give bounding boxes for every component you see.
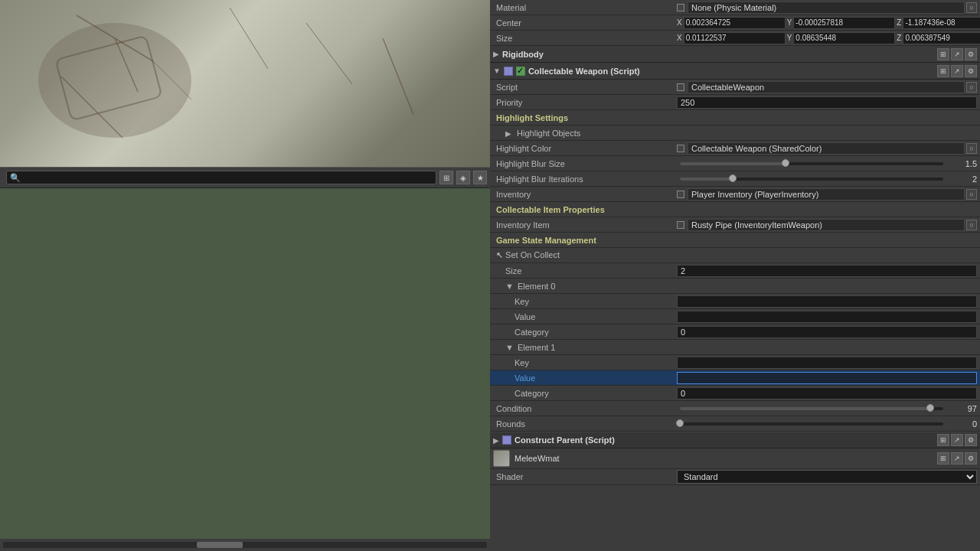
condition-slider-track[interactable] [680, 407, 943, 410]
center-y-input[interactable] [793, 17, 895, 29]
bottom-scrollbar[interactable] [0, 539, 490, 551]
mat-icon-1[interactable]: ⊞ [937, 452, 949, 465]
element0-arrow[interactable]: ▼ [505, 282, 514, 291]
condition-slider-container: 97 [677, 404, 977, 413]
script-field[interactable]: CollectableWeapon [688, 81, 965, 93]
blur-iterations-slider-thumb[interactable] [729, 174, 737, 182]
element1-row: ▼ Element 1 [490, 340, 980, 355]
star-icon[interactable]: ★ [473, 171, 487, 184]
script-row: Script CollectableWeapon ○ [490, 80, 980, 95]
rigidbody-settings-btn[interactable]: ⚙ [965, 48, 977, 60]
material-value: None (Physic Material) ○ [677, 2, 977, 14]
center-y-label: Y [787, 18, 792, 27]
tag-icon[interactable]: ◈ [456, 171, 470, 184]
cw-settings-btn[interactable]: ⚙ [965, 65, 977, 77]
shader-select[interactable]: Standard [677, 470, 977, 484]
element0-key-value [677, 295, 977, 308]
element1-label: ▼ Element 1 [493, 343, 677, 352]
blur-size-slider-track[interactable] [680, 162, 943, 165]
element1-arrow[interactable]: ▼ [505, 343, 514, 352]
element1-key-row: Key [490, 355, 980, 370]
inventory-value: Player Inventory (PlayerInventory) ○ [677, 188, 977, 201]
highlight-color-field[interactable]: Collectable Weapon (SharedColor) [688, 142, 965, 155]
center-z-input[interactable] [903, 17, 980, 29]
material-label: Material [493, 3, 677, 12]
center-x-input[interactable] [684, 17, 786, 29]
rigidbody-header[interactable]: ▶ Rigidbody ⊞ ↗ ⚙ [490, 46, 980, 63]
cw-icon-2[interactable]: ↗ [951, 65, 963, 77]
size-z-input[interactable] [903, 32, 980, 44]
collectable-item-properties-title: Collectable Item Properties [496, 205, 605, 214]
bookmark-icon[interactable]: ⊞ [439, 171, 453, 184]
priority-input[interactable] [677, 96, 977, 109]
collectable-weapon-checkbox[interactable]: ✓ [516, 67, 525, 76]
highlight-objects-label: ▶ Highlight Objects [493, 129, 677, 138]
game-state-size-value [677, 265, 977, 277]
script-select-btn[interactable]: ○ [966, 82, 977, 93]
viewport-3d[interactable] [0, 0, 490, 168]
element1-value-input[interactable] [677, 372, 977, 384]
condition-value: 97 [677, 404, 977, 413]
size-z-item: Z [897, 32, 980, 44]
element0-category-label: Category [493, 328, 677, 337]
game-state-size-label: Size [493, 266, 677, 276]
element1-key-input[interactable] [677, 357, 977, 369]
collectable-weapon-arrow[interactable]: ▼ [493, 67, 501, 75]
search-bar[interactable]: 🔍 [6, 171, 436, 184]
element0-category-input[interactable] [677, 326, 977, 338]
construct-parent-header[interactable]: ▶ Construct Parent (Script) ⊞ ↗ ⚙ [490, 432, 980, 448]
center-row: Center X Y Z [490, 15, 980, 31]
highlight-color-dot [677, 145, 684, 152]
rounds-slider-thumb[interactable] [676, 419, 684, 427]
rigidbody-icon-2[interactable]: ↗ [951, 48, 963, 60]
material-select-btn[interactable]: ○ [966, 2, 977, 13]
construct-parent-arrow[interactable]: ▶ [493, 436, 499, 445]
horizontal-scrollbar-track[interactable] [3, 542, 487, 548]
size-x-item: X [677, 32, 786, 44]
rigidbody-icon-1[interactable]: ⊞ [937, 48, 949, 60]
rigidbody-arrow[interactable]: ▶ [493, 50, 499, 58]
cw-icon-1[interactable]: ⊞ [937, 65, 949, 77]
collectable-weapon-header[interactable]: ▼ ✓ Collectable Weapon (Script) ⊞ ↗ ⚙ [490, 63, 980, 80]
inventory-item-field[interactable]: Rusty Pipe (InventoryItemWeapon) [688, 219, 965, 231]
game-state-management-row: Game State Management [490, 233, 980, 248]
highlight-color-select-btn[interactable]: ○ [966, 143, 977, 154]
element1-category-input[interactable] [677, 387, 977, 399]
horizontal-scrollbar-thumb[interactable] [197, 542, 243, 548]
rounds-value: 0 [677, 419, 977, 429]
inventory-dot [677, 191, 684, 198]
inventory-item-select-btn[interactable]: ○ [966, 220, 977, 230]
element0-key-input[interactable] [677, 295, 977, 308]
cp-icon-2[interactable]: ↗ [951, 434, 963, 446]
script-label: Script [493, 83, 677, 92]
set-on-collect-label: ↖ Set On Collect [493, 250, 677, 260]
size-x-input[interactable] [684, 32, 786, 44]
element0-value-input[interactable] [677, 311, 977, 323]
mat-settings-btn[interactable]: ⚙ [965, 452, 977, 465]
rounds-slider-track[interactable] [680, 422, 943, 425]
inventory-select-btn[interactable]: ○ [966, 189, 977, 200]
inventory-field[interactable]: Player Inventory (PlayerInventory) [688, 188, 965, 201]
material-field[interactable]: None (Physic Material) [688, 2, 965, 14]
condition-slider-value: 97 [946, 404, 977, 413]
condition-slider-thumb[interactable] [926, 404, 934, 412]
search-icon: 🔍 [10, 173, 21, 183]
center-x-label: X [677, 18, 682, 27]
blur-iterations-slider-track[interactable] [680, 178, 943, 181]
size-y-input[interactable] [793, 32, 895, 44]
highlight-settings-row: Highlight Settings [490, 110, 980, 126]
toolbar-icons: ⊞ ◈ ★ [439, 171, 487, 184]
size-z-label: Z [897, 34, 901, 42]
highlight-blur-size-label: Highlight Blur Size [493, 159, 677, 168]
inspector-panel: Material None (Physic Material) ○ Center… [490, 0, 980, 551]
inventory-item-value: Rusty Pipe (InventoryItemWeapon) ○ [677, 219, 977, 231]
svg-line-4 [61, 77, 122, 138]
element1-key-label: Key [493, 358, 677, 367]
game-state-size-input[interactable] [677, 265, 977, 277]
blur-size-slider-thumb[interactable] [782, 159, 789, 167]
mat-icon-2[interactable]: ↗ [951, 452, 963, 465]
cp-settings-btn[interactable]: ⚙ [965, 434, 977, 446]
blur-size-slider-container: 1.5 [677, 159, 977, 168]
highlight-objects-arrow[interactable]: ▶ [505, 129, 511, 138]
cp-icon-1[interactable]: ⊞ [937, 434, 949, 446]
